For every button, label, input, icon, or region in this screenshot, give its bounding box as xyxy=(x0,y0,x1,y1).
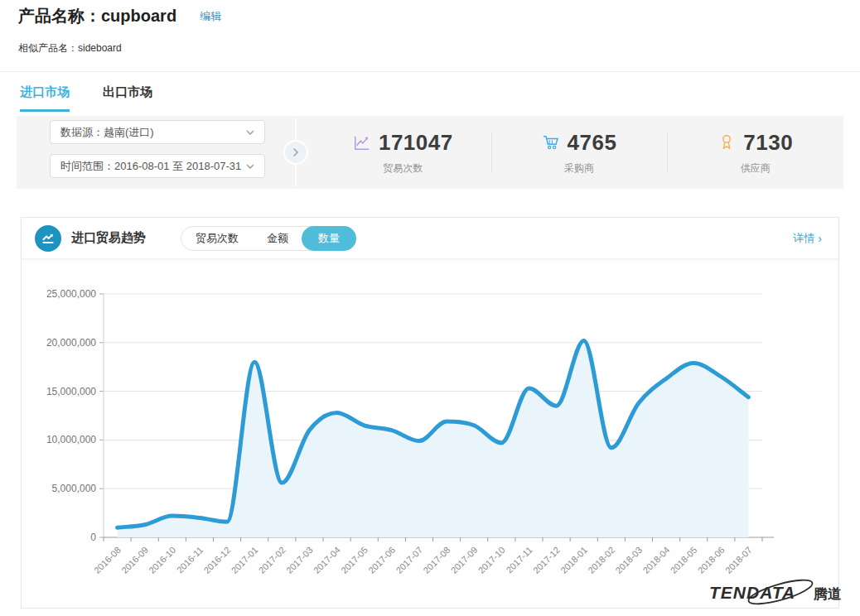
svg-text:2017-07: 2017-07 xyxy=(394,545,424,575)
filter-panel: 数据源：越南(进口) 时间范围：2016-08-01 至 2018-07-31 … xyxy=(17,116,843,189)
medal-icon xyxy=(717,133,736,152)
similar-product-label: 相似产品名：sideboard xyxy=(18,41,122,55)
stat-value: 171047 xyxy=(379,130,453,156)
logo-latin: TENDATA xyxy=(709,583,795,602)
svg-text:2017-06: 2017-06 xyxy=(366,545,397,575)
svg-text:15,000,000: 15,000,000 xyxy=(46,386,96,397)
toggle-amount[interactable]: 金额 xyxy=(253,227,302,250)
svg-text:0: 0 xyxy=(90,532,96,543)
data-source-dropdown[interactable]: 数据源：越南(进口) xyxy=(50,120,265,144)
svg-text:5,000,000: 5,000,000 xyxy=(52,483,97,494)
detail-label: 详情 xyxy=(793,231,814,246)
cart-icon xyxy=(542,133,560,152)
stats-row: 171047 贸易次数 4765 采购商 xyxy=(315,116,843,189)
trend-title: 进口贸易趋势 xyxy=(71,230,146,246)
data-source-value: 数据源：越南(进口) xyxy=(60,125,154,140)
svg-text:2017-03: 2017-03 xyxy=(284,545,315,575)
trend-chart: 05,000,00010,000,00015,000,00020,000,000… xyxy=(22,261,838,608)
stat-label: 供应商 xyxy=(741,161,771,176)
page-header: 产品名称：cupboard 编辑 xyxy=(18,5,221,27)
svg-text:2017-09: 2017-09 xyxy=(449,545,480,575)
chevron-down-icon xyxy=(246,130,254,135)
svg-text:2017-08: 2017-08 xyxy=(421,545,452,575)
chevron-right-icon xyxy=(292,147,299,157)
svg-text:2017-04: 2017-04 xyxy=(312,545,342,575)
svg-text:2018-01: 2018-01 xyxy=(558,545,589,575)
metric-toggle-group: 贸易次数 金额 数量 xyxy=(181,226,356,251)
line-chart-icon xyxy=(353,133,371,152)
svg-text:10,000,000: 10,000,000 xyxy=(46,434,96,445)
expand-button[interactable] xyxy=(283,140,308,165)
stat-trade-count: 171047 贸易次数 xyxy=(315,116,491,189)
svg-text:20,000,000: 20,000,000 xyxy=(46,337,96,349)
tab-import-market[interactable]: 进口市场 xyxy=(20,84,70,112)
toggle-quantity[interactable]: 数量 xyxy=(302,226,356,251)
edit-link[interactable]: 编辑 xyxy=(200,9,221,24)
svg-text:2017-02: 2017-02 xyxy=(257,545,287,575)
series-area xyxy=(118,340,749,537)
toggle-trade-count[interactable]: 贸易次数 xyxy=(181,227,253,250)
svg-text:2016-12: 2016-12 xyxy=(201,545,232,575)
svg-text:2018-02: 2018-02 xyxy=(586,545,616,575)
svg-text:2017-05: 2017-05 xyxy=(339,545,370,575)
svg-text:25,000,000: 25,000,000 xyxy=(46,288,96,300)
svg-text:2018-04: 2018-04 xyxy=(640,545,671,575)
detail-link[interactable]: 详情 › xyxy=(793,231,822,246)
header-divider xyxy=(0,71,860,72)
svg-text:2017-01: 2017-01 xyxy=(229,545,260,575)
page-title: 产品名称：cupboard xyxy=(18,5,176,27)
stat-value: 4765 xyxy=(568,130,617,156)
import-trend-card: 进口贸易趋势 贸易次数 金额 数量 详情 › 05,000,00010,000,… xyxy=(21,217,839,609)
stat-label: 采购商 xyxy=(564,161,594,176)
stat-value: 7130 xyxy=(743,130,793,156)
trend-line-icon xyxy=(40,230,56,247)
svg-text:2018-05: 2018-05 xyxy=(669,545,699,575)
svg-text:2016-11: 2016-11 xyxy=(175,545,205,575)
stat-label: 贸易次数 xyxy=(383,161,423,176)
stat-buyers: 4765 采购商 xyxy=(491,116,668,189)
x-axis-labels: 2016-082016-092016-102016-112016-122017-… xyxy=(92,545,754,575)
svg-text:2018-07: 2018-07 xyxy=(723,545,754,575)
chevron-down-icon xyxy=(246,164,254,169)
time-range-dropdown[interactable]: 时间范围：2016-08-01 至 2018-07-31 xyxy=(50,154,265,178)
time-range-value: 时间范围：2016-08-01 至 2018-07-31 xyxy=(60,159,241,174)
svg-text:2017-12: 2017-12 xyxy=(531,545,562,575)
tendata-logo-graphic: TENDATA 腾道 xyxy=(708,576,848,611)
trend-card-header: 进口贸易趋势 贸易次数 金额 数量 详情 › xyxy=(22,218,838,259)
trend-icon xyxy=(35,225,61,252)
svg-text:2017-10: 2017-10 xyxy=(476,545,507,575)
chevron-right-icon: › xyxy=(818,233,822,244)
tab-export-market[interactable]: 出口市场 xyxy=(103,84,152,112)
y-axis-labels: 05,000,00010,000,00015,000,00020,000,000… xyxy=(46,288,96,543)
x-axis-ticks xyxy=(104,537,762,541)
market-tab-bar: 进口市场 出口市场 xyxy=(20,84,152,112)
svg-text:2018-03: 2018-03 xyxy=(613,545,644,575)
svg-text:2016-08: 2016-08 xyxy=(92,545,123,575)
stat-suppliers: 7130 供应商 xyxy=(667,116,843,189)
logo-cn: 腾道 xyxy=(813,586,842,602)
tendata-logo: TENDATA 腾道 xyxy=(708,576,848,611)
svg-text:2018-06: 2018-06 xyxy=(696,545,727,575)
svg-text:2017-11: 2017-11 xyxy=(504,545,534,575)
svg-text:2016-10: 2016-10 xyxy=(147,545,177,575)
svg-text:2016-09: 2016-09 xyxy=(119,545,150,575)
